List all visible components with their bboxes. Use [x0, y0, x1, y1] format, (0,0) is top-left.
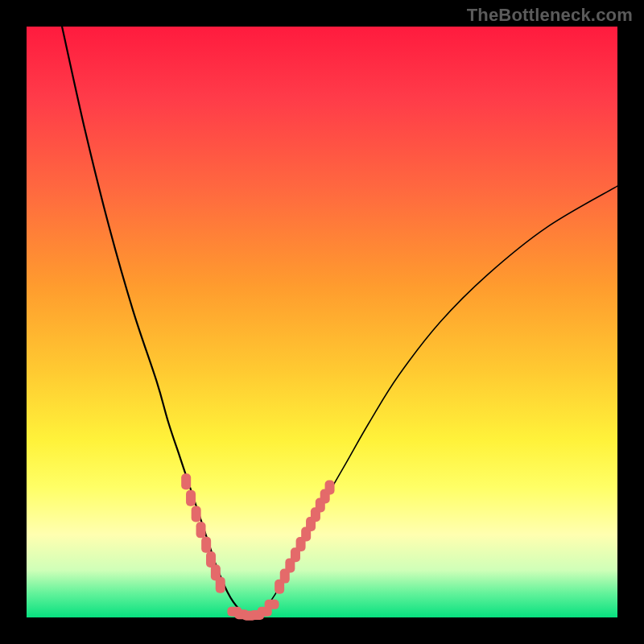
marker-dot — [265, 600, 279, 609]
marker-dot — [196, 522, 206, 538]
markers-bottom-group — [227, 600, 279, 621]
curve-right — [251, 186, 617, 616]
chart-stage: TheBottleneck.com — [0, 0, 644, 644]
marker-dot — [181, 473, 191, 489]
marker-dot — [201, 537, 211, 553]
marker-dot — [216, 577, 225, 593]
markers-right-group — [275, 481, 334, 594]
marker-dot — [192, 506, 201, 522]
marker-dot — [186, 490, 196, 506]
curve-left — [62, 27, 251, 617]
marker-dot — [325, 481, 335, 495]
watermark-text: TheBottleneck.com — [467, 5, 633, 26]
markers-left-group — [181, 473, 225, 592]
plot-area — [27, 27, 617, 617]
curve-svg — [27, 27, 617, 617]
